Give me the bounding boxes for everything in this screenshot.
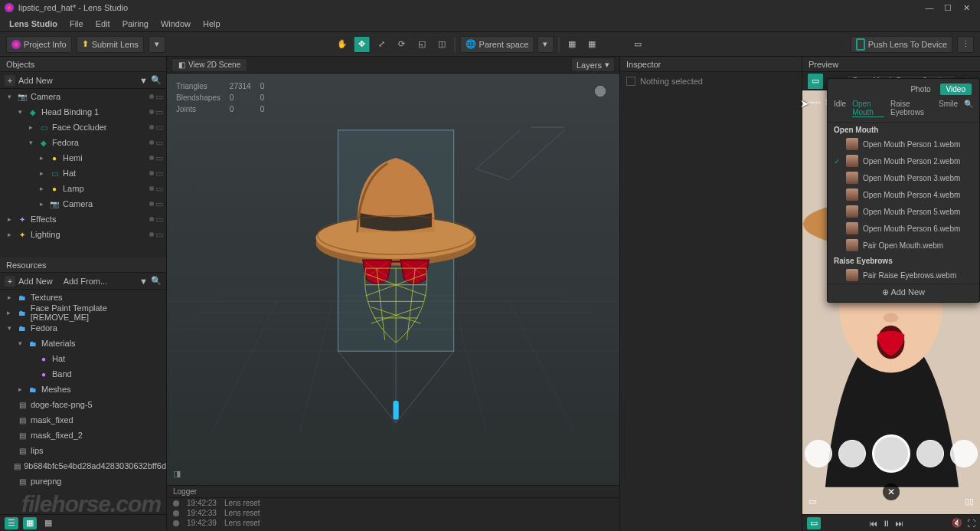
objects-toolbar: + Add New ▼ 🔍 — [0, 72, 166, 89]
tree-item[interactable]: ●Band — [0, 366, 166, 382]
tag-open-mouth[interactable]: Open Mouth — [852, 100, 884, 117]
tree-item[interactable]: ▤lips — [0, 443, 166, 458]
preview-source-item[interactable]: Open Mouth Person 3.webm — [828, 169, 979, 186]
tree-item[interactable]: ▤purepng — [0, 474, 166, 489]
menu-pairing[interactable]: Pairing — [116, 17, 155, 31]
scene-tab[interactable]: ◧ View 2D Scene — [172, 58, 247, 72]
tree-item[interactable]: ▸✦Lighting▭ — [0, 227, 166, 242]
tag-smile[interactable]: Smile — [939, 100, 958, 117]
tree-item[interactable]: ▤mask_fixed_2 — [0, 428, 166, 443]
prev-frame-button[interactable]: ⏮ — [869, 519, 877, 528]
next-frame-button[interactable]: ⏭ — [895, 519, 903, 528]
tree-item[interactable]: ▸🖿Face Paint Template [REMOVE_ME] — [0, 305, 166, 320]
preview-source-item[interactable]: Open Mouth Person 1.webm — [828, 136, 979, 152]
tree-item[interactable]: ▾📷Camera▭ — [0, 89, 166, 104]
grid-mode-button-a[interactable]: ▦ — [23, 517, 37, 529]
carousel-item[interactable] — [805, 440, 832, 467]
pause-button[interactable]: ⏸ — [882, 519, 890, 528]
rect-tool-icon[interactable]: ◱ — [413, 36, 430, 53]
tree-item[interactable]: ▸🖿Textures — [0, 290, 166, 305]
tree-item[interactable]: ▾◆Fedora▭ — [0, 135, 166, 150]
tree-item[interactable]: ▾🖿Fedora — [0, 320, 166, 336]
tree-item[interactable]: ▸●Hemi▭ — [0, 150, 166, 166]
preview-mode-button[interactable]: ▭ — [807, 73, 824, 90]
viewport[interactable]: Triangles273140 Blendshapes00 Joints00 — [167, 74, 619, 485]
video-tab[interactable]: Video — [940, 84, 972, 95]
resources-footer: ☰ ▦ ▦ — [0, 514, 166, 531]
submit-dropdown[interactable]: ▾ — [149, 36, 165, 53]
crop-tool-icon[interactable]: ◫ — [433, 36, 450, 53]
submit-lens-button[interactable]: ⬆ Submit Lens — [77, 36, 144, 53]
layers-dropdown[interactable]: Layers ▾ — [571, 57, 615, 72]
close-button[interactable]: ✕ — [957, 2, 975, 14]
grid-mode-button-b[interactable]: ▦ — [41, 517, 55, 529]
tree-item[interactable]: ▸✦Effects▭ — [0, 211, 166, 227]
tree-item[interactable]: ▤doge-face-png-5 — [0, 397, 166, 412]
device-icon[interactable]: ▭ — [629, 36, 646, 53]
tree-item[interactable]: ▸🖿Meshes — [0, 382, 166, 397]
carousel-item[interactable] — [950, 440, 978, 467]
res-search-icon[interactable]: 🔍 — [151, 276, 162, 286]
tree-item[interactable]: ▾◆Head Binding 1▭ — [0, 104, 166, 120]
add-resource-label[interactable]: Add New — [18, 277, 53, 286]
menu-help[interactable]: Help — [197, 17, 227, 31]
minimize-button[interactable]: — — [920, 2, 939, 14]
project-info-button[interactable]: Project Info — [6, 36, 72, 53]
add-from-button[interactable]: Add From... — [64, 277, 107, 286]
tree-item[interactable]: ▸▭Face Occluder▭ — [0, 120, 166, 135]
preview-source-item[interactable]: Pair Raise Eyebrows.webm — [828, 267, 979, 284]
preview-panel: Preview ▭ ◉ Open Mouth Person 2.webm ⟳ P… — [802, 57, 980, 531]
menu-window[interactable]: Window — [155, 17, 197, 31]
tree-item[interactable]: ▤mask_fixed — [0, 412, 166, 428]
photo-tab[interactable]: Photo — [904, 84, 936, 95]
viewport-corner-icon[interactable]: ◨ — [173, 469, 181, 479]
tree-item[interactable]: ▤9b684bfc5e4bd28ad4283030632bff6d — [0, 458, 166, 474]
snap-a-icon[interactable]: ▦ — [564, 36, 580, 53]
tree-item[interactable]: ▸▭Hat▭ — [0, 166, 166, 181]
mute-button[interactable]: 🔇 — [952, 518, 962, 528]
lens-carousel[interactable] — [802, 434, 980, 473]
filter-icon[interactable]: ▼ — [139, 76, 148, 85]
list-mode-button[interactable]: ☰ — [5, 517, 18, 529]
coord-space-dropdown[interactable]: 🌐 Parent space — [460, 36, 534, 53]
tree-item[interactable]: ●Hat — [0, 351, 166, 366]
preview-source-item[interactable]: Pair Open Mouth.webm — [828, 237, 979, 254]
cards-icon[interactable]: ▯▯ — [965, 497, 974, 506]
preview-source-item[interactable]: ✓Open Mouth Person 2.webm — [828, 152, 979, 169]
add-object-label[interactable]: Add New — [18, 76, 53, 85]
carousel-item[interactable] — [916, 440, 944, 467]
snap-b-icon[interactable]: ▦ — [583, 36, 600, 53]
add-object-button[interactable]: + — [5, 75, 15, 86]
preview-source-item[interactable]: Open Mouth Person 4.webm — [828, 186, 979, 203]
close-preview-button[interactable]: ✕ — [883, 483, 900, 500]
rotate-tool-icon[interactable]: ⟳ — [394, 36, 410, 53]
menu-file[interactable]: File — [64, 17, 90, 31]
tree-item[interactable]: ▸●Lamp▭ — [0, 181, 166, 196]
res-filter-icon[interactable]: ▼ — [139, 277, 148, 286]
preview-source-item[interactable]: Open Mouth Person 5.webm — [828, 203, 979, 220]
tree-item[interactable]: ▾🖿Materials — [0, 336, 166, 351]
move-tool-icon[interactable]: ✥ — [354, 36, 371, 53]
chat-icon[interactable]: ▭ — [808, 497, 816, 506]
carousel-item[interactable] — [838, 440, 866, 467]
search-icon[interactable]: 🔍 — [151, 75, 162, 85]
tag-idle[interactable]: Idle — [834, 100, 846, 117]
push-lens-button[interactable]: Push Lens To Device — [851, 36, 952, 53]
preview-source-item[interactable]: Open Mouth Person 6.webm — [828, 220, 979, 237]
scale-tool-icon[interactable]: ⤢ — [374, 36, 390, 53]
preview-device-toggle[interactable]: ▭ — [807, 517, 821, 529]
push-lens-menu[interactable]: ⋮ — [957, 36, 974, 53]
carousel-item-current[interactable] — [872, 434, 910, 473]
add-resource-button[interactable]: + — [5, 276, 15, 287]
project-icon — [11, 40, 21, 49]
maximize-button[interactable]: ☐ — [939, 2, 957, 14]
pan-tool-icon[interactable]: ✋ — [334, 36, 351, 53]
menu-edit[interactable]: Edit — [90, 17, 116, 31]
grid-icon: ▤ — [17, 415, 28, 425]
popup-add-new[interactable]: ⊕ Add New — [828, 284, 979, 302]
tag-search-icon[interactable]: 🔍 — [964, 100, 973, 117]
tree-item[interactable]: ▸📷Camera▭ — [0, 196, 166, 211]
tag-raise-eyebrows[interactable]: Raise Eyebrows — [890, 100, 933, 117]
coord-dropdown-arrow[interactable]: ▾ — [537, 36, 554, 53]
fullscreen-button[interactable]: ⛶ — [967, 519, 975, 528]
